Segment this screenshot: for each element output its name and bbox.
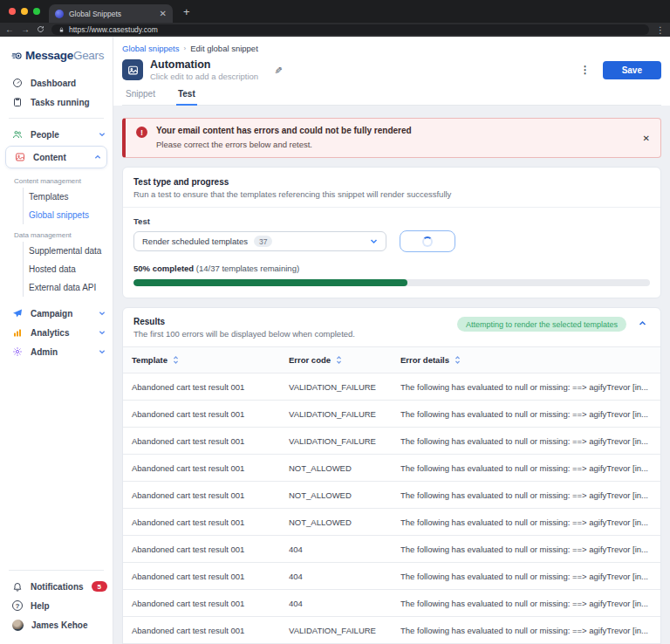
sidebar-item-hosted-data[interactable]: Hosted data bbox=[24, 260, 113, 278]
tab-snippet[interactable]: Snippet bbox=[124, 89, 157, 105]
table-row[interactable]: Abandoned cart test result 001404The fol… bbox=[123, 536, 660, 563]
sidebar-item-label: Campaign bbox=[31, 309, 72, 319]
results-subtitle: The first 100 errors will be displayed b… bbox=[133, 329, 355, 339]
tab-close-icon[interactable]: ✕ bbox=[160, 9, 167, 18]
back-icon[interactable]: ← bbox=[5, 25, 14, 34]
table-row[interactable]: Abandoned cart test result 001VALIDATION… bbox=[123, 373, 660, 401]
page-subtitle[interactable]: Click edit to add a description bbox=[150, 72, 258, 81]
results-table: Template Error code Error details Abando… bbox=[123, 346, 660, 643]
user-name: James Kehoe bbox=[31, 620, 87, 630]
progress-label: 50% completed (14/37 templates remaining… bbox=[133, 264, 650, 273]
sidebar-item-supplemental-data[interactable]: Supplemental data bbox=[24, 242, 113, 260]
tab-bar: Snippet Test bbox=[122, 89, 661, 106]
image-icon bbox=[15, 152, 25, 162]
cell-template: Abandoned cart test result 001 bbox=[123, 536, 289, 563]
close-window-button[interactable] bbox=[9, 8, 16, 15]
test-field-label: Test bbox=[133, 216, 650, 226]
forward-icon[interactable]: → bbox=[21, 25, 30, 34]
sidebar-item-label: People bbox=[31, 130, 59, 140]
cell-error-details: The following has evaluated to null or m… bbox=[400, 590, 660, 617]
table-row[interactable]: Abandoned cart test result 001VALIDATION… bbox=[123, 401, 660, 428]
card-subtitle: Run a test to ensure that the templates … bbox=[133, 189, 650, 199]
sidebar-item-global-snippets[interactable]: Global snippets bbox=[24, 206, 113, 224]
cell-template: Abandoned cart test result 001 bbox=[123, 373, 289, 401]
browser-toolbar: ← → https://www.casestudy.com ⋮ bbox=[0, 23, 670, 37]
address-bar[interactable]: https://www.casestudy.com bbox=[51, 24, 649, 35]
test-type-select[interactable]: Render scheduled templates 37 bbox=[133, 231, 386, 251]
sidebar-item-label: Help bbox=[31, 601, 50, 611]
table-row[interactable]: Abandoned cart test result 001NOT_ALLOWE… bbox=[123, 509, 660, 536]
edit-pencil-icon[interactable]: ✎ bbox=[272, 65, 284, 73]
sidebar: MessageGears Dashboard Tasks running Peo… bbox=[0, 37, 113, 644]
new-tab-button[interactable]: + bbox=[183, 5, 190, 18]
window-controls[interactable] bbox=[0, 8, 49, 15]
browser-tab[interactable]: Global Snippets ✕ bbox=[49, 4, 173, 23]
sidebar-item-dashboard[interactable]: Dashboard bbox=[0, 73, 113, 92]
column-header-error-code: Error code bbox=[289, 355, 331, 365]
sidebar-item-external-data-api[interactable]: External data API bbox=[24, 278, 113, 297]
sidebar-item-templates[interactable]: Templates bbox=[24, 188, 113, 206]
cell-error-code: 404 bbox=[289, 563, 400, 590]
progress-bar bbox=[133, 279, 650, 286]
sidebar-item-label: Dashboard bbox=[31, 79, 76, 88]
cell-error-code: VALIDATION_FAILURE bbox=[289, 428, 400, 455]
close-icon[interactable]: ✕ bbox=[643, 134, 650, 143]
sidebar-subgroup-data: Supplemental data Hosted data External d… bbox=[23, 242, 113, 297]
run-test-button[interactable] bbox=[400, 230, 455, 252]
cell-error-code: 404 bbox=[289, 536, 400, 563]
maximize-window-button[interactable] bbox=[33, 8, 40, 15]
test-progress-card: Test type and progress Run a test to ens… bbox=[122, 167, 661, 298]
sort-icon[interactable] bbox=[336, 355, 342, 365]
save-button[interactable]: Save bbox=[603, 61, 661, 79]
sidebar-item-people[interactable]: People bbox=[0, 125, 113, 144]
sidebar-item-campaign[interactable]: Campaign bbox=[0, 304, 113, 323]
template-count-badge: 37 bbox=[254, 236, 272, 247]
chevron-down-icon bbox=[99, 348, 106, 355]
sidebar-item-analytics[interactable]: Analytics bbox=[0, 323, 113, 342]
progress-fill bbox=[133, 279, 407, 286]
sidebar-item-admin[interactable]: Admin bbox=[0, 342, 113, 361]
table-row[interactable]: Abandoned cart test result 001NOT_ALLOWE… bbox=[123, 482, 660, 509]
cell-error-details: The following has evaluated to null or m… bbox=[400, 373, 660, 401]
sidebar-item-tasks-running[interactable]: Tasks running bbox=[0, 92, 113, 112]
cell-error-code: 404 bbox=[289, 590, 400, 617]
refresh-icon[interactable] bbox=[37, 25, 44, 35]
collapse-chevron-up-icon[interactable] bbox=[639, 319, 646, 327]
table-row[interactable]: Abandoned cart test result 001VALIDATION… bbox=[123, 428, 660, 455]
results-title: Results bbox=[133, 317, 355, 326]
sidebar-item-content[interactable]: Content bbox=[13, 151, 103, 163]
browser-menu-icon[interactable]: ⋮ bbox=[656, 25, 665, 35]
chevron-down-icon bbox=[370, 237, 378, 245]
cell-error-code: VALIDATION_FAILURE bbox=[289, 401, 400, 428]
logo-icon bbox=[11, 50, 23, 61]
paper-plane-icon bbox=[12, 308, 23, 319]
progress-percent-text: 50% completed bbox=[133, 264, 194, 273]
clipboard-icon bbox=[12, 97, 23, 107]
error-alert: ! Your email content has errors and coul… bbox=[122, 118, 661, 158]
chevron-down-icon bbox=[99, 310, 106, 317]
sidebar-item-notifications[interactable]: Notifications 5 bbox=[0, 577, 113, 596]
minimize-window-button[interactable] bbox=[21, 8, 28, 15]
breadcrumb-link-global-snippets[interactable]: Global snippets bbox=[122, 44, 179, 53]
table-row[interactable]: Abandoned cart test result 001VALIDATION… bbox=[123, 617, 660, 644]
page-header: Global snippets › Edit global snippet Au… bbox=[113, 37, 670, 106]
table-row[interactable]: Abandoned cart test result 001NOT_ALLOWE… bbox=[123, 455, 660, 482]
table-row[interactable]: Abandoned cart test result 001404The fol… bbox=[123, 590, 660, 617]
card-title: Test type and progress bbox=[133, 177, 650, 187]
chevron-up-icon bbox=[94, 154, 101, 161]
sort-icon[interactable] bbox=[455, 355, 461, 365]
sidebar-footer: Notifications 5 ? Help James Kehoe bbox=[0, 564, 113, 635]
chevron-down-icon bbox=[99, 329, 106, 336]
sort-icon[interactable] bbox=[173, 355, 179, 365]
table-row[interactable]: Abandoned cart test result 001404The fol… bbox=[123, 563, 660, 590]
people-icon bbox=[12, 129, 23, 140]
tab-test[interactable]: Test bbox=[176, 89, 197, 106]
help-icon: ? bbox=[12, 600, 23, 611]
dashboard-icon bbox=[12, 78, 23, 88]
alert-message: Please correct the errors below and rete… bbox=[156, 140, 412, 149]
cell-error-details: The following has evaluated to null or m… bbox=[400, 401, 660, 428]
sidebar-item-user[interactable]: James Kehoe bbox=[0, 615, 113, 635]
sidebar-item-help[interactable]: ? Help bbox=[0, 596, 113, 615]
more-options-icon[interactable]: ⋮ bbox=[580, 64, 591, 76]
cell-template: Abandoned cart test result 001 bbox=[123, 563, 289, 590]
